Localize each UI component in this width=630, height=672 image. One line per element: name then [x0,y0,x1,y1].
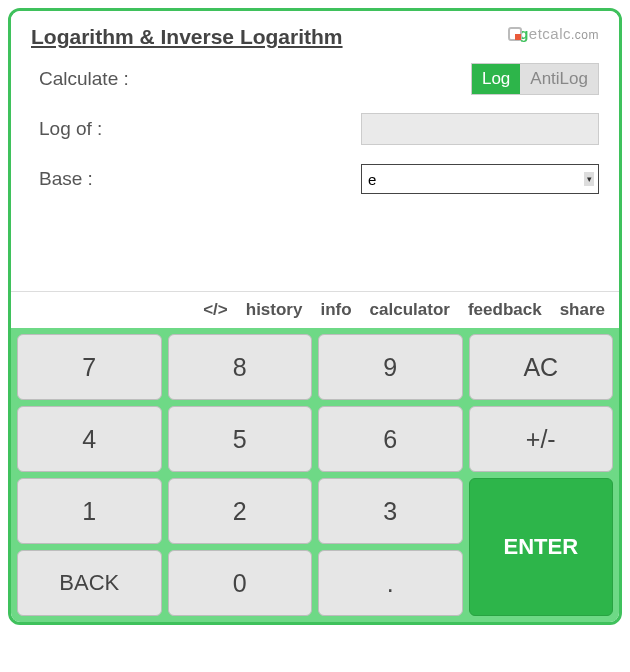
log-toggle[interactable]: Log [472,64,520,94]
key-6[interactable]: 6 [318,406,463,472]
info-action[interactable]: info [320,300,351,320]
spacer [31,211,599,291]
embed-action[interactable]: </> [203,300,228,320]
page-title: Logarithm & Inverse Logarithm [31,25,343,49]
base-select[interactable]: e ▾ [361,164,599,194]
feedback-action[interactable]: feedback [468,300,542,320]
action-bar: </> history info calculator feedback sha… [11,291,619,328]
logof-row: Log of : [31,111,599,147]
logof-label: Log of : [31,118,102,140]
key-8[interactable]: 8 [168,334,313,400]
base-label: Base : [31,168,93,190]
key-0[interactable]: 0 [168,550,313,616]
key-plusminus[interactable]: +/- [469,406,614,472]
key-2[interactable]: 2 [168,478,313,544]
brand-icon [508,27,522,41]
key-ac[interactable]: AC [469,334,614,400]
base-value: e [368,171,376,188]
base-row: Base : e ▾ [31,161,599,197]
key-1[interactable]: 1 [17,478,162,544]
calculator-widget: Logarithm & Inverse Logarithm getcalc.co… [8,8,622,625]
key-3[interactable]: 3 [318,478,463,544]
key-dot[interactable]: . [318,550,463,616]
logof-input[interactable] [361,113,599,145]
key-7[interactable]: 7 [17,334,162,400]
upper-panel: Logarithm & Inverse Logarithm getcalc.co… [11,11,619,291]
title-row: Logarithm & Inverse Logarithm getcalc.co… [31,25,599,49]
mode-toggle: Log AntiLog [471,63,599,95]
key-back[interactable]: BACK [17,550,162,616]
calculate-label: Calculate : [31,68,129,90]
key-enter[interactable]: ENTER [469,478,614,616]
key-4[interactable]: 4 [17,406,162,472]
share-action[interactable]: share [560,300,605,320]
chevron-down-icon: ▾ [584,172,594,186]
calculate-row: Calculate : Log AntiLog [31,61,599,97]
history-action[interactable]: history [246,300,303,320]
key-5[interactable]: 5 [168,406,313,472]
key-9[interactable]: 9 [318,334,463,400]
calculator-action[interactable]: calculator [370,300,450,320]
antilog-toggle[interactable]: AntiLog [520,64,598,94]
keypad: 7 8 9 AC 4 5 6 +/- 1 2 3 ENTER BACK 0 . [11,328,619,622]
brand-logo[interactable]: getcalc.com [508,25,599,42]
